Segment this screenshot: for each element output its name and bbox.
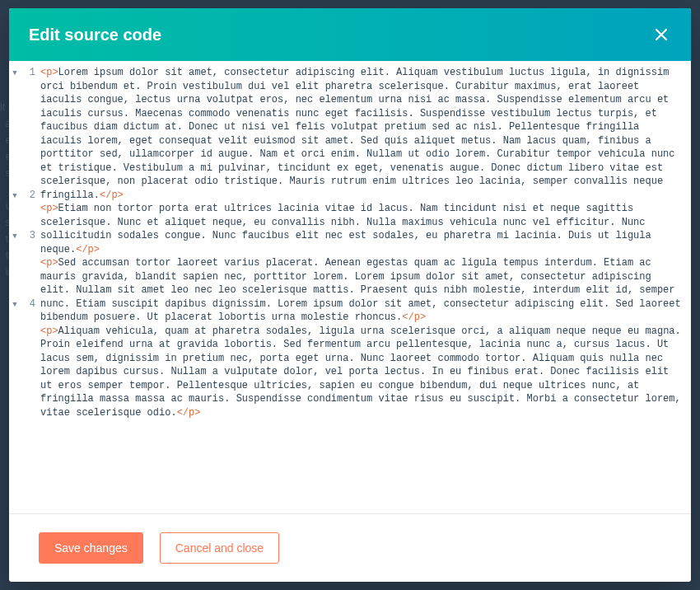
code-line[interactable]: <p>Sed accumsan tortor laoreet varius pl… [40, 256, 683, 325]
close-button[interactable] [651, 25, 671, 44]
line-number: 3 [21, 229, 35, 243]
modal-header: Edit source code [9, 8, 691, 61]
cancel-button[interactable]: Cancel and close [160, 532, 279, 564]
modal-footer: Save changes Cancel and close [9, 513, 691, 582]
code-line[interactable]: <p>Etiam non tortor porta erat ultrices … [40, 202, 683, 256]
fold-toggle[interactable]: ▼ [9, 298, 21, 312]
line-number: 2 [21, 189, 35, 203]
fold-toggle[interactable]: ▼ [9, 230, 21, 244]
source-code-modal: Edit source code ▼ ▼ ▼ ▼ 1 2 3 4 <p>Lore… [9, 8, 691, 582]
line-number: 4 [21, 297, 35, 311]
code-line[interactable]: <p>Aliquam vehicula, quam at pharetra so… [40, 325, 683, 420]
fold-toggle[interactable]: ▼ [9, 67, 21, 81]
line-number-gutter: 1 2 3 4 [21, 66, 40, 513]
code-content[interactable]: <p>Lorem ipsum dolor sit amet, consectet… [40, 66, 691, 513]
save-button[interactable]: Save changes [39, 532, 143, 564]
code-line[interactable]: <p>Lorem ipsum dolor sit amet, consectet… [40, 66, 683, 202]
close-icon [654, 27, 669, 42]
modal-title: Edit source code [29, 26, 161, 44]
line-number: 1 [21, 66, 35, 80]
code-editor[interactable]: ▼ ▼ ▼ ▼ 1 2 3 4 <p>Lorem ipsum dolor sit… [9, 61, 691, 513]
fold-gutter[interactable]: ▼ ▼ ▼ ▼ [9, 66, 21, 513]
fold-toggle[interactable]: ▼ [9, 190, 21, 204]
